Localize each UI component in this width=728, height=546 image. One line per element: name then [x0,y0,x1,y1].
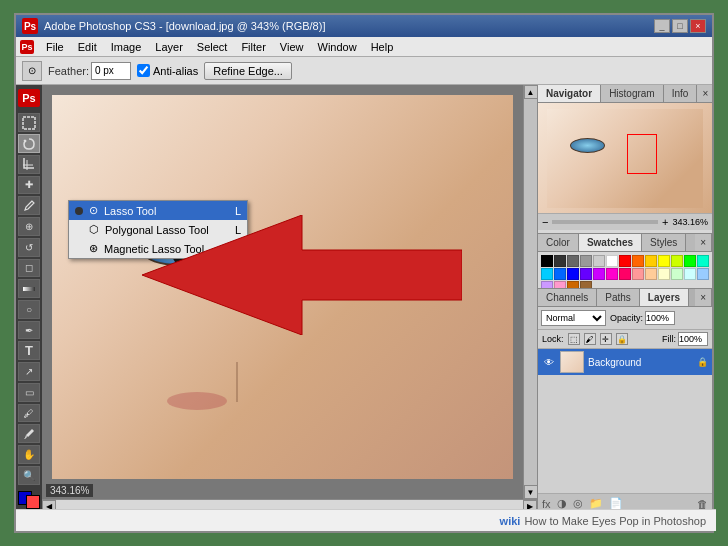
tab-swatches[interactable]: Swatches [579,234,642,251]
swatch-cell[interactable] [684,268,696,280]
swatch-cell[interactable] [580,268,592,280]
layers-close[interactable]: × [695,289,712,306]
navigator-tab-bar: Navigator Histogram Info × [538,85,712,103]
swatch-cell[interactable] [697,268,709,280]
tab-histogram[interactable]: Histogram [601,85,664,102]
lasso-tool-option[interactable]: ⊙ Lasso Tool L [69,201,247,220]
tab-navigator[interactable]: Navigator [538,85,601,102]
title-controls[interactable]: _ □ × [654,19,706,33]
menu-filter[interactable]: Filter [235,39,271,55]
type-tool[interactable]: T [18,341,40,360]
maximize-button[interactable]: □ [672,19,688,33]
menu-image[interactable]: Image [105,39,148,55]
navigator-close[interactable]: × [697,85,712,102]
vscroll-down[interactable]: ▼ [524,485,538,499]
swatch-cell[interactable] [567,255,579,267]
lock-all-icon[interactable]: 🔒 [616,333,628,345]
history-brush-tool[interactable]: ↺ [18,238,40,257]
antialias-checkbox[interactable] [137,64,150,77]
lasso-tool[interactable] [18,134,40,153]
tab-paths[interactable]: Paths [597,289,640,306]
lock-paint-icon[interactable]: 🖌 [584,333,596,345]
menu-edit[interactable]: Edit [72,39,103,55]
tab-color[interactable]: Color [538,234,579,251]
refine-edge-button[interactable]: Refine Edge... [204,62,292,80]
pen-tool[interactable]: ✒ [18,321,40,340]
swatch-cell[interactable] [697,255,709,267]
path-selection-tool[interactable]: ↗ [18,362,40,381]
blend-mode-select[interactable]: Normal Multiply Screen [541,310,606,326]
crop-tool[interactable] [18,155,40,174]
tab-styles[interactable]: Styles [642,234,686,251]
eyedropper-tool[interactable] [18,424,40,443]
clone-stamp-tool[interactable]: ⊕ [18,217,40,236]
swatch-cell[interactable] [632,255,644,267]
opacity-input[interactable] [645,311,675,325]
swatch-cell[interactable] [671,268,683,280]
notes-tool[interactable]: 🖋 [18,404,40,423]
menu-file[interactable]: File [40,39,70,55]
swatch-cell[interactable] [593,268,605,280]
minimize-button[interactable]: _ [654,19,670,33]
wiki-bar: wiki How to Make Eyes Pop in Photoshop [16,509,716,531]
color-swatches[interactable] [18,491,40,509]
gradient-tool[interactable] [18,279,40,298]
shape-tool[interactable]: ▭ [18,383,40,402]
swatches-close[interactable]: × [695,234,712,251]
swatch-cell[interactable] [541,268,553,280]
swatch-cell[interactable] [580,255,592,267]
fill-input[interactable] [678,332,708,346]
canvas-area[interactable]: ⊙ Lasso Tool L ⬡ Polygonal Lasso Tool L [42,85,523,499]
nav-zoom-slider[interactable] [552,220,658,224]
menu-window[interactable]: Window [312,39,363,55]
dodge-tool[interactable]: ○ [18,300,40,319]
swatch-cell[interactable] [619,255,631,267]
layers-lock-bar: Lock: ⬚ 🖌 ✛ 🔒 Fill: [538,330,712,349]
tab-layers[interactable]: Layers [640,289,689,306]
nav-zoom-plus[interactable]: + [662,216,668,228]
tab-channels[interactable]: Channels [538,289,597,306]
eraser-tool[interactable]: ◻ [18,259,40,278]
tab-info[interactable]: Info [664,85,698,102]
hand-tool[interactable]: ✋ [18,445,40,464]
healing-tool[interactable]: ✚ [18,176,40,195]
swatch-cell[interactable] [658,268,670,280]
swatch-cell[interactable] [554,268,566,280]
swatch-cell[interactable] [554,255,566,267]
marquee-tool[interactable] [18,113,40,132]
brush-tool[interactable] [18,196,40,215]
swatch-cell[interactable] [593,255,605,267]
swatch-cell[interactable] [671,255,683,267]
nav-zoom-minus[interactable]: − [542,216,548,228]
menu-select[interactable]: Select [191,39,234,55]
add-style-icon[interactable]: fx [542,498,551,510]
vscroll-up[interactable]: ▲ [524,85,538,99]
swatch-cell[interactable] [606,268,618,280]
canvas-vscroll[interactable]: ▲ ▼ [523,85,537,499]
background-color[interactable] [26,495,40,509]
menu-help[interactable]: Help [365,39,400,55]
zoom-tool[interactable]: 🔍 [18,466,40,485]
swatch-cell[interactable] [606,255,618,267]
layer-row-background[interactable]: 👁 Background 🔒 [538,349,712,375]
swatch-cell[interactable] [567,268,579,280]
right-panels: Navigator Histogram Info × − + [537,85,712,513]
swatch-cell[interactable] [619,268,631,280]
lock-move-icon[interactable]: ✛ [600,333,612,345]
delete-layer-icon[interactable]: 🗑 [697,498,708,510]
polygonal-lasso-option[interactable]: ⬡ Polygonal Lasso Tool L [69,220,247,239]
close-button[interactable]: × [690,19,706,33]
title-text: Adobe Photoshop CS3 - [download.jpg @ 34… [44,20,654,32]
swatch-cell[interactable] [645,255,657,267]
swatch-cell[interactable] [541,255,553,267]
swatch-cell[interactable] [684,255,696,267]
layer-visibility-icon[interactable]: 👁 [542,355,556,369]
menu-layer[interactable]: Layer [149,39,189,55]
menu-view[interactable]: View [274,39,310,55]
swatch-cell[interactable] [645,268,657,280]
swatch-cell[interactable] [658,255,670,267]
lock-transparency-icon[interactable]: ⬚ [568,333,580,345]
feather-input[interactable] [91,62,131,80]
swatch-cell[interactable] [632,268,644,280]
magnetic-lasso-option[interactable]: ⊛ Magnetic Lasso Tool L [69,239,247,258]
